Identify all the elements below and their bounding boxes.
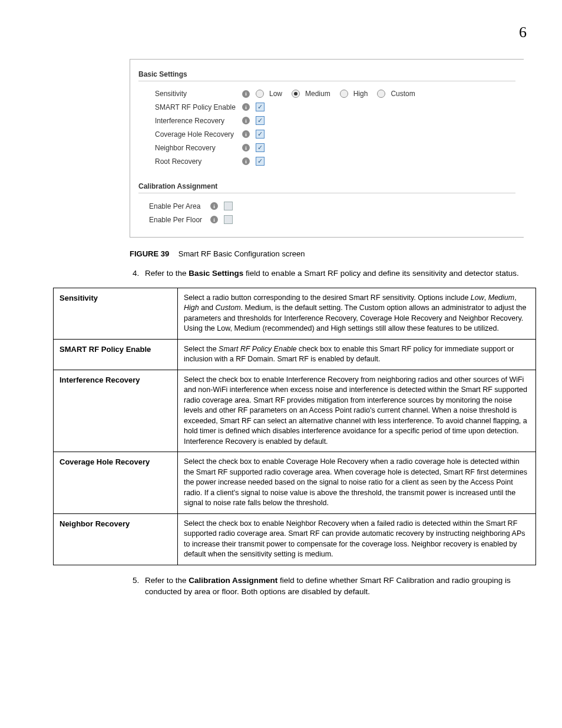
radio-medium[interactable]: [292, 90, 300, 98]
row-smart-rf: SMART RF Policy Enable i: [155, 103, 515, 111]
basic-settings-fieldset: Basic Settings Sensitivity i Low Medium …: [138, 70, 515, 166]
radio-low-label: Low: [269, 90, 282, 98]
radio-high[interactable]: [340, 90, 348, 98]
table-row: Neighbor Recovery Select the check box t…: [54, 513, 536, 565]
figure-caption: FIGURE 39 Smart RF Basic Configuration s…: [130, 249, 527, 258]
term-interference: Interference Recovery: [54, 370, 178, 452]
radio-high-label: High: [353, 90, 368, 98]
desc-interference: Select the check box to enable Interfere…: [178, 370, 536, 452]
calibration-fieldset: Calibration Assignment Enable Per Area i…: [138, 182, 515, 224]
term-neighbor: Neighbor Recovery: [54, 513, 178, 565]
basic-settings-title: Basic Settings: [138, 70, 515, 78]
row-interference: Interference Recovery i: [155, 116, 515, 125]
term-coverage: Coverage Hole Recovery: [54, 452, 178, 514]
neighbor-checkbox[interactable]: [256, 143, 265, 152]
divider: [138, 193, 515, 193]
interference-checkbox[interactable]: [256, 116, 265, 125]
row-per-area: Enable Per Area i: [149, 202, 515, 210]
root-checkbox[interactable]: [256, 157, 265, 166]
table-row: SMART RF Policy Enable Select the Smart …: [54, 339, 536, 370]
root-label: Root Recovery: [155, 157, 242, 166]
term-smart-rf: SMART RF Policy Enable: [54, 339, 178, 370]
per-floor-checkbox[interactable]: [224, 215, 233, 224]
desc-sensitivity: Select a radio button corresponding to t…: [178, 288, 536, 339]
per-floor-label: Enable Per Floor: [149, 216, 210, 224]
table-row: Sensitivity Select a radio button corres…: [54, 288, 536, 339]
step-list: Refer to the Calibration Assignment fiel…: [141, 575, 527, 598]
smart-rf-label: SMART RF Policy Enable: [155, 103, 242, 111]
term-sensitivity: Sensitivity: [54, 288, 178, 339]
calibration-title: Calibration Assignment: [138, 182, 515, 190]
figure-text: Smart RF Basic Configuration screen: [178, 249, 305, 258]
row-coverage: Coverage Hole Recovery i: [155, 130, 515, 139]
radio-custom-label: Custom: [391, 90, 415, 98]
row-root: Root Recovery i: [155, 157, 515, 166]
row-sensitivity: Sensitivity i Low Medium High Custom: [155, 90, 515, 98]
info-icon[interactable]: i: [242, 130, 250, 138]
step-list: Refer to the Basic Settings field to ena…: [141, 268, 527, 279]
description-table: Sensitivity Select a radio button corres…: [53, 288, 536, 565]
info-icon[interactable]: i: [242, 144, 250, 151]
info-icon[interactable]: i: [210, 216, 218, 223]
info-icon[interactable]: i: [242, 117, 250, 124]
row-neighbor: Neighbor Recovery i: [155, 143, 515, 152]
coverage-label: Coverage Hole Recovery: [155, 130, 242, 139]
desc-neighbor: Select the check box to enable Neighbor …: [178, 513, 536, 565]
info-icon[interactable]: i: [242, 157, 250, 165]
radio-custom[interactable]: [377, 90, 385, 98]
per-area-label: Enable Per Area: [149, 202, 210, 210]
figure-number: FIGURE 39: [130, 249, 169, 258]
page-number: 6: [35, 24, 527, 41]
radio-low[interactable]: [256, 90, 264, 98]
sensitivity-radio-group: Low Medium High Custom: [256, 90, 421, 98]
smart-rf-checkbox[interactable]: [256, 103, 265, 111]
info-icon[interactable]: i: [242, 103, 250, 111]
desc-smart-rf: Select the Smart RF Policy Enable check …: [178, 339, 536, 370]
step-4: Refer to the Basic Settings field to ena…: [141, 268, 527, 279]
radio-medium-label: Medium: [305, 90, 330, 98]
neighbor-label: Neighbor Recovery: [155, 144, 242, 152]
step-5: Refer to the Calibration Assignment fiel…: [141, 575, 527, 598]
table-row: Coverage Hole Recovery Select the check …: [54, 452, 536, 514]
table-row: Interference Recovery Select the check b…: [54, 370, 536, 452]
config-panel: Basic Settings Sensitivity i Low Medium …: [130, 59, 524, 238]
info-icon[interactable]: i: [242, 90, 250, 98]
sensitivity-label: Sensitivity: [155, 90, 242, 98]
divider: [138, 81, 515, 81]
desc-coverage: Select the check box to enable Coverage …: [178, 452, 536, 514]
row-per-floor: Enable Per Floor i: [149, 215, 515, 224]
interference-label: Interference Recovery: [155, 117, 242, 125]
info-icon[interactable]: i: [210, 202, 218, 210]
per-area-checkbox[interactable]: [224, 202, 233, 210]
coverage-checkbox[interactable]: [256, 130, 265, 139]
